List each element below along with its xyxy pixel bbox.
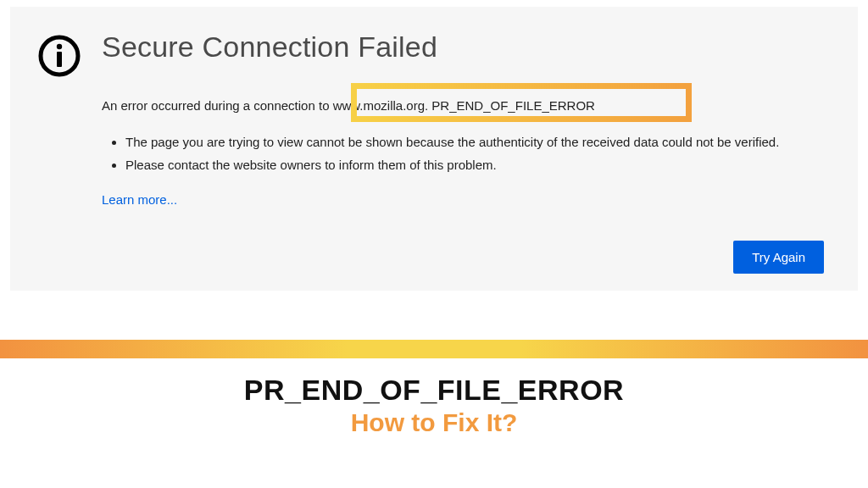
error-bullet: Please contact the website owners to inf… <box>125 155 824 175</box>
error-list: The page you are trying to view cannot b… <box>125 132 824 175</box>
svg-rect-2 <box>57 52 62 67</box>
try-again-button[interactable]: Try Again <box>733 241 824 274</box>
caption-block: PR_END_OF_FILE_ERROR How to Fix It? <box>0 374 868 437</box>
gradient-divider <box>0 340 868 358</box>
error-body: An error occurred during a connection to… <box>102 98 824 208</box>
info-icon <box>37 34 81 78</box>
error-subtitle: An error occurred during a connection to… <box>102 98 595 113</box>
caption-sub: How to Fix It? <box>0 408 868 437</box>
error-bullet: The page you are trying to view cannot b… <box>125 132 824 152</box>
error-panel: Secure Connection Failed An error occurr… <box>10 7 858 291</box>
learn-more-link[interactable]: Learn more... <box>102 192 177 207</box>
caption-main: PR_END_OF_FILE_ERROR <box>0 374 868 407</box>
error-title: Secure Connection Failed <box>102 30 437 64</box>
error-header: Secure Connection Failed <box>37 30 824 78</box>
svg-point-1 <box>57 44 62 49</box>
